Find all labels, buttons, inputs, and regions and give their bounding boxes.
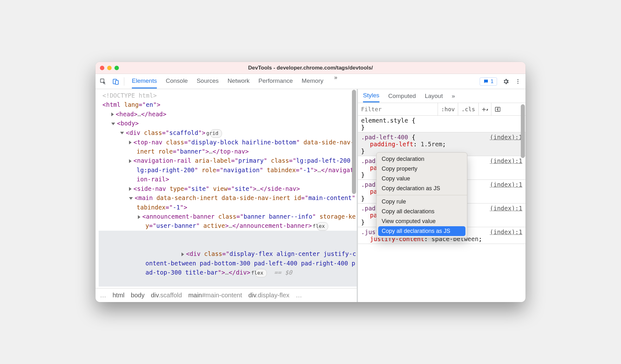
filter-input[interactable]: [358, 103, 438, 115]
context-menu: Copy declaration Copy property Copy valu…: [376, 152, 467, 238]
menu-copy-declaration[interactable]: Copy declaration: [377, 154, 467, 164]
toggle-sidebar-icon[interactable]: [491, 103, 504, 115]
hov-toggle[interactable]: :hov: [438, 103, 458, 115]
flex-badge-2[interactable]: flex: [255, 269, 267, 277]
svg-rect-2: [115, 80, 118, 84]
issues-count: 1: [491, 78, 494, 85]
inspect-icon[interactable]: [97, 74, 109, 89]
crumb-scaffold[interactable]: div.scaffold: [151, 290, 182, 300]
topnav-node[interactable]: <top-nav class="display-block hairline-b…: [99, 138, 357, 156]
rule-source-link[interactable]: (index):1: [490, 205, 522, 212]
menu-copy-rule[interactable]: Copy rule: [377, 197, 467, 207]
scaffold-node[interactable]: <div class="scaffold"> grid: [99, 128, 357, 138]
styles-subtabs: Styles Computed Layout »: [358, 89, 526, 103]
scrollbar-thumb[interactable]: [352, 90, 356, 194]
grid-badge[interactable]: grid: [210, 129, 222, 138]
window-title: DevTools - developer.chrome.com/tags/dev…: [95, 65, 526, 71]
new-style-rule-button[interactable]: +◢: [478, 103, 491, 115]
subtab-layout[interactable]: Layout: [425, 90, 443, 102]
main-toolbar: Elements Console Sources Network Perform…: [95, 74, 526, 89]
crumb-body[interactable]: body: [131, 290, 144, 300]
sidenav-node[interactable]: <side-nav type="site" view="site">…</sid…: [99, 184, 357, 193]
tabs-overflow-icon[interactable]: »: [332, 74, 339, 88]
menu-copy-property[interactable]: Copy property: [377, 164, 467, 174]
tab-network[interactable]: Network: [228, 74, 250, 88]
main-node[interactable]: <main data-search-inert data-side-nav-in…: [99, 193, 357, 212]
issues-button[interactable]: 1: [480, 77, 497, 86]
tab-console[interactable]: Console: [166, 74, 188, 88]
tab-memory[interactable]: Memory: [302, 74, 323, 88]
rule-element-style[interactable]: element.style { }: [358, 116, 526, 132]
rule-source-link[interactable]: (index):1: [490, 134, 522, 141]
subtab-styles[interactable]: Styles: [363, 89, 379, 102]
navrail-node[interactable]: <navigation-rail aria-label="primary" cl…: [99, 156, 357, 184]
traffic-lights: [100, 66, 119, 70]
scrollbar-thumb[interactable]: [521, 104, 525, 158]
tab-performance[interactable]: Performance: [258, 74, 293, 88]
body-node[interactable]: <body>: [99, 119, 357, 128]
panel-tabs: Elements Console Sources Network Perform…: [132, 74, 339, 88]
menu-copy-declaration-js[interactable]: Copy declaration as JS: [377, 184, 467, 193]
svg-point-4: [517, 81, 518, 82]
elements-panel: <!DOCTYPE html> <html lang="en"> <head>……: [95, 89, 358, 302]
main-split: <!DOCTYPE html> <html lang="en"> <head>……: [95, 89, 526, 302]
styles-filterbar: :hov .cls +◢: [358, 103, 526, 116]
menu-copy-all-declarations[interactable]: Copy all declarations: [377, 207, 467, 216]
rule-source-link[interactable]: (index):1: [490, 157, 522, 164]
tab-elements[interactable]: Elements: [132, 74, 157, 88]
menu-copy-all-declarations-js[interactable]: Copy all declarations as JS: [378, 226, 465, 236]
announcement-node[interactable]: <announcement-banner class="banner banne…: [99, 212, 357, 231]
rule-source-link[interactable]: (index):1: [490, 228, 522, 235]
dollar-zero: == $0: [274, 269, 292, 276]
minimize-icon[interactable]: [107, 66, 112, 70]
dom-tree[interactable]: <!DOCTYPE html> <html lang="en"> <head>……: [95, 89, 357, 288]
settings-icon[interactable]: [501, 78, 510, 85]
breadcrumbs: … html body div.scaffold main#main-conte…: [95, 288, 357, 302]
crumb-ellipsis-2[interactable]: …: [296, 290, 302, 300]
styles-panel: Styles Computed Layout » :hov .cls +◢ el…: [358, 89, 526, 302]
divider: [124, 77, 124, 86]
rule-source-link[interactable]: (index):1: [490, 181, 522, 188]
crumb-ellipsis[interactable]: …: [100, 290, 106, 300]
zoom-icon[interactable]: [114, 66, 119, 70]
subtabs-overflow-icon[interactable]: »: [452, 93, 455, 100]
doctype: <!DOCTYPE html>: [102, 92, 157, 99]
svg-point-5: [517, 83, 518, 84]
menu-copy-value[interactable]: Copy value: [377, 174, 467, 184]
crumb-main[interactable]: main#main-content: [188, 290, 242, 300]
crumb-div[interactable]: div.display-flex: [249, 290, 290, 300]
menu-divider: [377, 195, 467, 195]
svg-point-3: [517, 79, 518, 80]
head-node[interactable]: <head>…</head>: [99, 110, 357, 119]
devtools-window: DevTools - developer.chrome.com/tags/dev…: [95, 62, 526, 302]
subtab-computed[interactable]: Computed: [388, 90, 416, 102]
html-open[interactable]: <html lang="en">: [99, 100, 357, 109]
tab-sources[interactable]: Sources: [197, 74, 219, 88]
flex-badge[interactable]: flex: [317, 222, 329, 231]
titlebar: DevTools - developer.chrome.com/tags/dev…: [95, 62, 526, 74]
selected-node[interactable]: ⋯ <div class="display-flex align-center …: [99, 231, 357, 287]
cls-toggle[interactable]: .cls: [458, 103, 478, 115]
crumb-html[interactable]: html: [113, 290, 125, 300]
kebab-menu-icon[interactable]: [515, 78, 521, 85]
device-toggle-icon[interactable]: [109, 74, 122, 89]
close-icon[interactable]: [100, 66, 104, 70]
menu-view-computed-value[interactable]: View computed value: [377, 216, 467, 226]
